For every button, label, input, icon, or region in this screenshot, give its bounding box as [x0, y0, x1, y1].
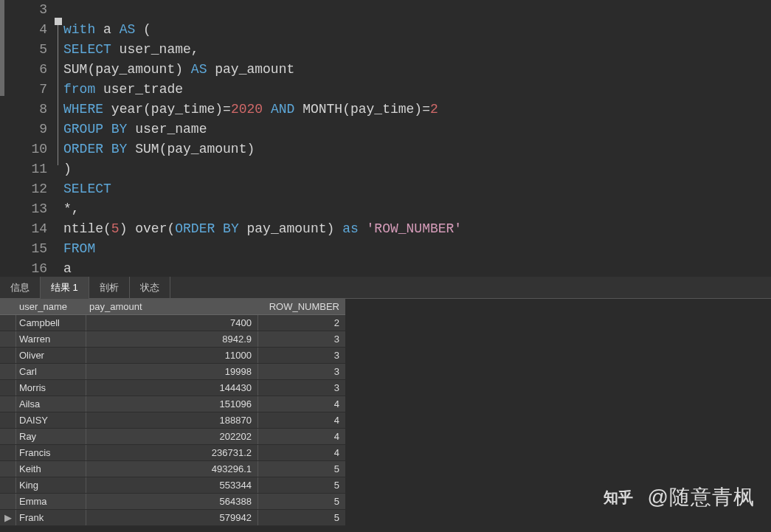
line-number: 10: [4, 139, 47, 159]
code-line[interactable]: from user_trade: [63, 80, 771, 100]
cell-pay-amount[interactable]: 579942: [86, 510, 258, 525]
line-number: 7: [4, 80, 47, 100]
row-marker: [0, 364, 16, 379]
cell-row-number[interactable]: 4: [258, 445, 345, 460]
line-number: 8: [4, 100, 47, 120]
row-marker: [0, 477, 16, 493]
cell-pay-amount[interactable]: 188870: [86, 412, 258, 428]
code-content[interactable]: with a AS (SELECT user_name,SUM(pay_amou…: [63, 0, 771, 277]
table-row[interactable]: Morris1444303: [0, 380, 345, 396]
cell-user-name[interactable]: Francis: [16, 445, 86, 460]
code-line[interactable]: GROUP BY user_name: [63, 120, 771, 139]
cell-user-name[interactable]: DAISY: [16, 412, 86, 428]
cell-row-number[interactable]: 5: [258, 494, 345, 509]
cell-pay-amount[interactable]: 202202: [86, 429, 258, 444]
results-header-row: user_namepay_amountROW_NUMBER: [0, 299, 345, 315]
fold-guide-line: [58, 25, 58, 165]
column-header-pay-amount[interactable]: pay_amount: [86, 299, 258, 314]
row-marker: [0, 331, 16, 347]
code-editor[interactable]: 345678910111213141516 with a AS (SELECT …: [0, 0, 771, 277]
cell-pay-amount[interactable]: 493296.1: [86, 461, 258, 477]
cell-row-number[interactable]: 3: [258, 364, 345, 379]
cell-pay-amount[interactable]: 7400: [86, 315, 258, 331]
cell-user-name[interactable]: Carl: [16, 364, 86, 379]
row-marker: [0, 412, 16, 428]
code-line[interactable]: ORDER BY SUM(pay_amount): [63, 139, 771, 159]
cell-row-number[interactable]: 4: [258, 412, 345, 428]
cell-user-name[interactable]: Warren: [16, 331, 86, 347]
results-grid[interactable]: user_namepay_amountROW_NUMBERCampbell740…: [0, 299, 345, 526]
table-row[interactable]: Francis236731.24: [0, 445, 345, 461]
fold-marker-icon[interactable]: [55, 18, 62, 25]
table-row[interactable]: Oliver110003: [0, 348, 345, 364]
cell-row-number[interactable]: 5: [258, 477, 345, 493]
column-header-user-name[interactable]: user_name: [16, 299, 86, 314]
line-number: 12: [4, 179, 47, 199]
cell-user-name[interactable]: Morris: [16, 380, 86, 395]
table-row[interactable]: Ailsa1510964: [0, 396, 345, 412]
code-line[interactable]: FROM: [63, 239, 771, 259]
table-row[interactable]: DAISY1888704: [0, 412, 345, 429]
cell-row-number[interactable]: 5: [258, 461, 345, 477]
table-row[interactable]: Emma5643885: [0, 494, 345, 510]
cell-user-name[interactable]: Frank: [16, 510, 86, 525]
cell-pay-amount[interactable]: 236731.2: [86, 445, 258, 460]
row-marker: [0, 315, 16, 331]
zhihu-logo-icon: 知乎: [604, 488, 640, 507]
code-line[interactable]: [63, 0, 771, 20]
table-row[interactable]: Ray2022024: [0, 429, 345, 445]
cell-pay-amount[interactable]: 11000: [86, 348, 258, 363]
cell-pay-amount[interactable]: 553344: [86, 477, 258, 493]
table-row[interactable]: Carl199983: [0, 364, 345, 380]
cell-user-name[interactable]: Campbell: [16, 315, 86, 331]
cell-row-number[interactable]: 2: [258, 315, 345, 331]
table-row[interactable]: King5533445: [0, 477, 345, 494]
code-line[interactable]: *,: [63, 199, 771, 219]
row-marker: [0, 380, 16, 395]
tab-状态[interactable]: 状态: [130, 277, 170, 299]
table-row[interactable]: Keith493296.15: [0, 461, 345, 477]
row-marker: [0, 461, 16, 477]
cell-pay-amount[interactable]: 151096: [86, 396, 258, 412]
cell-pay-amount[interactable]: 564388: [86, 494, 258, 509]
code-line[interactable]: WHERE year(pay_time)=2020 AND MONTH(pay_…: [63, 100, 771, 120]
row-marker-header: [0, 299, 16, 314]
column-header-row-number[interactable]: ROW_NUMBER: [258, 299, 345, 314]
cell-user-name[interactable]: Keith: [16, 461, 86, 477]
cell-user-name[interactable]: Ray: [16, 429, 86, 444]
line-number-gutter: 345678910111213141516: [4, 0, 55, 277]
table-row[interactable]: ▶Frank5799425: [0, 510, 345, 526]
line-number: 15: [4, 239, 47, 259]
cell-row-number[interactable]: 4: [258, 396, 345, 412]
cell-row-number[interactable]: 5: [258, 510, 345, 525]
tab-信息[interactable]: 信息: [0, 277, 41, 299]
tab-剖析[interactable]: 剖析: [89, 277, 130, 299]
cell-row-number[interactable]: 3: [258, 331, 345, 347]
fold-column[interactable]: [55, 0, 63, 277]
code-line[interactable]: ): [63, 159, 771, 179]
code-line[interactable]: ntile(5) over(ORDER BY pay_amount) as 'R…: [63, 219, 771, 239]
cell-row-number[interactable]: 4: [258, 429, 345, 444]
code-line[interactable]: SUM(pay_amount) AS pay_amount: [63, 60, 771, 80]
row-marker: [0, 396, 16, 412]
row-marker: [0, 494, 16, 509]
cell-user-name[interactable]: King: [16, 477, 86, 493]
code-line[interactable]: SELECT user_name,: [63, 40, 771, 60]
tab-结果 1[interactable]: 结果 1: [41, 277, 89, 299]
cell-user-name[interactable]: Ailsa: [16, 396, 86, 412]
cell-row-number[interactable]: 3: [258, 348, 345, 363]
table-row[interactable]: Warren8942.93: [0, 331, 345, 348]
svg-text:知乎: 知乎: [604, 489, 633, 505]
cell-pay-amount[interactable]: 8942.9: [86, 331, 258, 347]
cell-user-name[interactable]: Emma: [16, 494, 86, 509]
cell-pay-amount[interactable]: 19998: [86, 364, 258, 379]
code-line[interactable]: with a AS (: [63, 20, 771, 40]
results-tabs: 信息结果 1剖析状态: [0, 277, 771, 299]
cell-user-name[interactable]: Oliver: [16, 348, 86, 363]
cell-pay-amount[interactable]: 144430: [86, 380, 258, 395]
row-marker: [0, 348, 16, 363]
row-marker: ▶: [0, 510, 16, 525]
table-row[interactable]: Campbell74002: [0, 315, 345, 331]
cell-row-number[interactable]: 3: [258, 380, 345, 395]
code-line[interactable]: SELECT: [63, 179, 771, 199]
